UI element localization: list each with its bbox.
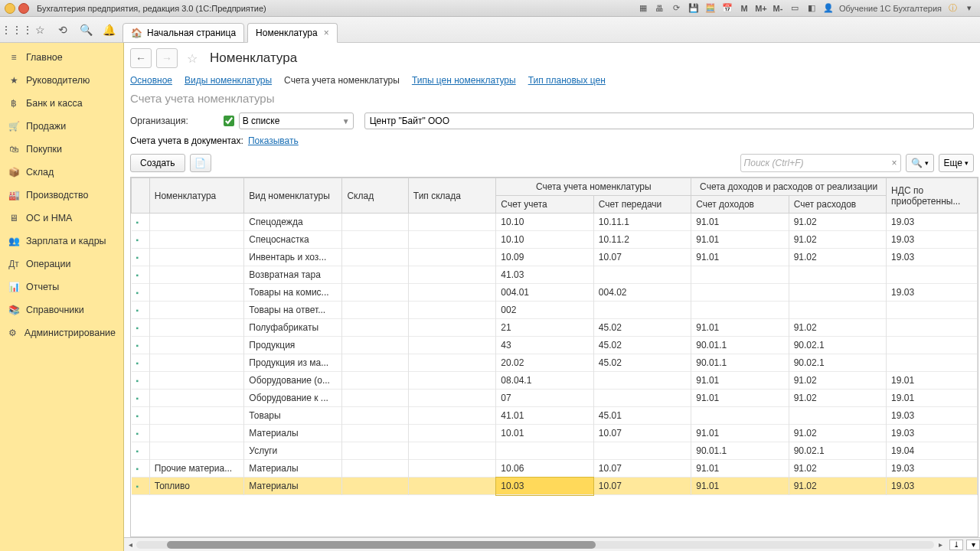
table-cell[interactable]: 10.11.1: [593, 214, 691, 231]
table-cell[interactable]: ▪: [132, 460, 150, 478]
sidebar-item[interactable]: 📦Склад: [0, 161, 123, 184]
table-cell[interactable]: [149, 337, 244, 354]
table-cell[interactable]: 91.02: [789, 460, 886, 478]
table-cell[interactable]: [789, 284, 886, 302]
table-cell[interactable]: 90.01.1: [691, 337, 789, 354]
m-minus-button[interactable]: М-: [772, 2, 784, 15]
dropdown-icon[interactable]: ▾: [963, 2, 975, 15]
clear-icon[interactable]: ×: [892, 158, 897, 168]
table-cell[interactable]: 19.03: [887, 214, 978, 231]
table-cell[interactable]: 19.03: [887, 460, 978, 478]
table-cell[interactable]: [408, 460, 495, 478]
table-cell[interactable]: [342, 425, 408, 442]
table-cell[interactable]: 90.02.1: [789, 354, 886, 372]
table-cell[interactable]: 91.01: [691, 249, 789, 266]
table-cell[interactable]: [887, 354, 978, 372]
search-icon[interactable]: 🔍: [78, 22, 93, 37]
toolbar-icon[interactable]: ▦: [637, 2, 649, 15]
table-cell[interactable]: Инвентарь и хоз...: [244, 249, 342, 266]
table-cell[interactable]: [887, 337, 978, 354]
table-cell[interactable]: 91.02: [789, 249, 886, 266]
table-cell[interactable]: Спецоснастка: [244, 231, 342, 249]
table-cell[interactable]: 91.02: [789, 319, 886, 337]
table-row[interactable]: ▪Оборудование к ...0791.0191.0219.01: [132, 390, 978, 407]
table-cell[interactable]: 10.09: [496, 249, 593, 266]
sidebar-item[interactable]: 📊Отчеты: [0, 276, 123, 298]
table-cell[interactable]: 90.01.1: [691, 354, 789, 372]
calc-icon[interactable]: 🧮: [704, 2, 717, 15]
table-cell[interactable]: Товары на комис...: [244, 284, 342, 302]
table-cell[interactable]: ▪: [132, 249, 150, 266]
table-row[interactable]: ▪Продукция4345.0290.01.190.02.1: [132, 337, 978, 354]
table-cell[interactable]: [342, 478, 408, 495]
scroll-left-icon[interactable]: ◂: [124, 540, 136, 549]
table-row[interactable]: ▪Спецоснастка10.1010.11.291.0191.0219.03: [132, 231, 978, 249]
table-cell[interactable]: [342, 460, 408, 478]
colgroup-accounts[interactable]: Счета учета номенклатуры: [496, 178, 691, 196]
table-cell[interactable]: 19.01: [887, 390, 978, 407]
sidebar-item[interactable]: 🖥ОС и НМА: [0, 207, 123, 230]
table-cell[interactable]: [342, 442, 408, 460]
table-cell[interactable]: 004.02: [593, 284, 691, 302]
table-cell[interactable]: [408, 231, 495, 249]
page-down-button[interactable]: ▾: [966, 540, 980, 550]
table-cell[interactable]: [149, 372, 244, 390]
table-cell[interactable]: [408, 249, 495, 266]
table-cell[interactable]: [593, 372, 691, 390]
sidebar-item[interactable]: ≡Главное: [0, 46, 123, 69]
table-cell[interactable]: [887, 302, 978, 319]
table-cell[interactable]: Оборудование к ...: [244, 390, 342, 407]
sidebar-item[interactable]: 🏭Производство: [0, 184, 123, 207]
table-cell[interactable]: [887, 266, 978, 284]
calendar-icon[interactable]: 📅: [721, 2, 733, 15]
window-icon[interactable]: ▭: [789, 2, 801, 15]
create-button[interactable]: Создать: [130, 154, 185, 172]
col-transfer[interactable]: Счет передачи: [593, 196, 691, 214]
table-cell[interactable]: 91.01: [691, 425, 789, 442]
table-cell[interactable]: [887, 319, 978, 337]
table-cell[interactable]: Материалы: [244, 460, 342, 478]
table-row[interactable]: ▪Товары на комис...004.01004.0219.03: [132, 284, 978, 302]
table-cell[interactable]: [593, 390, 691, 407]
table-cell[interactable]: [342, 337, 408, 354]
table-cell[interactable]: Спецодежда: [244, 214, 342, 231]
table-cell[interactable]: [593, 442, 691, 460]
table-cell[interactable]: 10.10: [496, 231, 593, 249]
table-cell[interactable]: [408, 214, 495, 231]
table-cell[interactable]: 10.07: [593, 478, 691, 495]
table-cell[interactable]: 91.02: [789, 372, 886, 390]
star-icon[interactable]: ☆: [32, 22, 47, 37]
back-button[interactable]: ←: [130, 48, 152, 68]
tab-home[interactable]: 🏠 Начальная страница: [122, 23, 244, 43]
table-cell[interactable]: [149, 319, 244, 337]
table-row[interactable]: ▪Услуги90.01.190.02.119.04: [132, 442, 978, 460]
search-button[interactable]: 🔍▾: [906, 154, 934, 172]
table-cell[interactable]: [149, 425, 244, 442]
col-account[interactable]: Счет учета: [496, 196, 593, 214]
table-cell[interactable]: [496, 442, 593, 460]
window-icon[interactable]: ◧: [805, 2, 818, 15]
table-cell[interactable]: 19.03: [887, 407, 978, 425]
table-cell[interactable]: [408, 390, 495, 407]
table-cell[interactable]: 21: [496, 319, 593, 337]
scroll-right-icon[interactable]: ▸: [934, 540, 946, 549]
table-cell[interactable]: 91.01: [691, 390, 789, 407]
table-cell[interactable]: [789, 407, 886, 425]
table-cell[interactable]: 45.01: [593, 407, 691, 425]
accounts-table[interactable]: Номенклатура Вид номенклатуры Склад Тип …: [131, 178, 978, 495]
table-cell[interactable]: Прочие материа...: [149, 460, 244, 478]
sidebar-item[interactable]: 📚Справочники: [0, 298, 123, 321]
table-cell[interactable]: 19.04: [887, 442, 978, 460]
table-cell[interactable]: [342, 284, 408, 302]
window-control[interactable]: [18, 3, 29, 14]
more-button[interactable]: Еще ▾: [939, 154, 974, 172]
table-cell[interactable]: 10.01: [496, 425, 593, 442]
table-cell[interactable]: [342, 407, 408, 425]
print-icon[interactable]: 🖶: [654, 2, 666, 15]
table-cell[interactable]: Полуфабрикаты: [244, 319, 342, 337]
forward-button[interactable]: →: [156, 48, 178, 68]
table-cell[interactable]: 10.07: [593, 425, 691, 442]
table-cell[interactable]: [408, 354, 495, 372]
sidebar-item[interactable]: ★Руководителю: [0, 69, 123, 92]
org-mode-combo[interactable]: В списке ▼: [239, 112, 354, 129]
